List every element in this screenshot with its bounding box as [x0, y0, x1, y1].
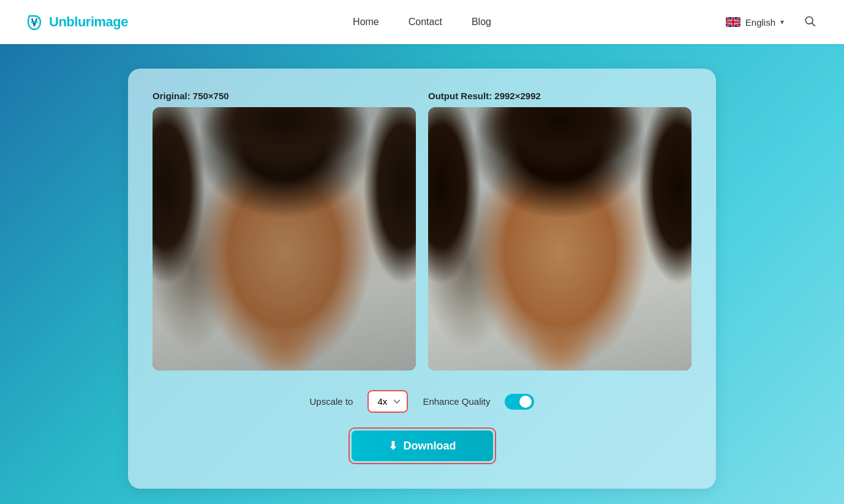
download-row: ⬇ Download — [153, 427, 691, 464]
output-image-panel: Output Result: 2992×2992 — [428, 91, 691, 370]
main-nav: Home Contact Blog — [353, 17, 491, 28]
original-image-panel: Original: 750×750 — [153, 91, 416, 370]
controls-row: Upscale to 1x 2x 4x 8x Enhance Quality — [153, 390, 691, 413]
logo-text: Unblurimage — [49, 14, 128, 30]
enhance-quality-label: Enhance Quality — [423, 396, 490, 407]
toggle-slider — [505, 394, 534, 410]
output-image — [428, 107, 691, 370]
language-label: English — [745, 17, 775, 28]
images-row: Original: 750×750 Output Result: 2992×29… — [153, 91, 691, 370]
upscale-label: Upscale to — [310, 396, 353, 407]
nav-blog[interactable]: Blog — [472, 17, 491, 28]
chevron-down-icon: ▾ — [780, 18, 784, 26]
enhance-quality-toggle[interactable] — [505, 394, 534, 410]
download-button[interactable]: ⬇ Download — [352, 431, 493, 461]
language-selector[interactable]: English ▾ — [720, 13, 790, 31]
nav-home[interactable]: Home — [353, 17, 379, 28]
upscale-select-wrapper: 1x 2x 4x 8x — [367, 390, 408, 413]
logo[interactable]: Unblurimage — [24, 12, 128, 32]
header-right: English ▾ — [720, 11, 820, 34]
result-card: Original: 750×750 Output Result: 2992×29… — [128, 69, 716, 489]
output-label: Output Result: 2992×2992 — [428, 91, 691, 101]
nav-contact[interactable]: Contact — [409, 17, 442, 28]
face-overlay-output — [428, 107, 691, 370]
face-overlay-original — [153, 107, 416, 370]
download-label: Download — [404, 440, 456, 453]
logo-icon — [24, 12, 44, 32]
original-label: Original: 750×750 — [153, 91, 416, 101]
svg-line-2 — [812, 23, 815, 26]
search-icon — [804, 15, 816, 27]
main-content: Original: 750×750 Output Result: 2992×29… — [0, 44, 844, 504]
search-button[interactable] — [800, 11, 820, 34]
download-icon: ⬇ — [388, 439, 398, 453]
original-image — [153, 107, 416, 370]
header: Unblurimage Home Contact Blog English ▾ — [0, 0, 844, 44]
upscale-select[interactable]: 1x 2x 4x 8x — [369, 391, 407, 412]
download-button-wrapper: ⬇ Download — [349, 427, 496, 464]
flag-uk-icon — [726, 17, 740, 27]
